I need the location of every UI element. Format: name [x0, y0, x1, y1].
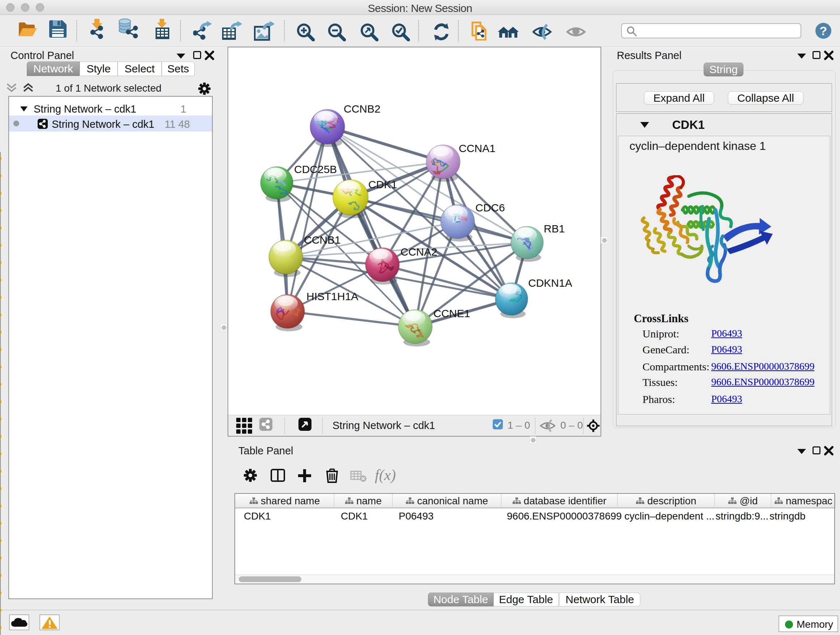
svg-text:CCNA2: CCNA2: [401, 246, 437, 258]
svg-text:CCNE1: CCNE1: [433, 307, 470, 319]
svg-text:CCNB1: CCNB1: [304, 234, 341, 246]
svg-text:CDK1: CDK1: [368, 179, 397, 190]
svg-text:CDC6: CDC6: [475, 202, 505, 214]
svg-text:RB1: RB1: [544, 223, 565, 234]
svg-text:CDKN1A: CDKN1A: [528, 277, 572, 289]
svg-text:CCNA1: CCNA1: [459, 142, 496, 154]
svg-text:CCNB2: CCNB2: [344, 103, 381, 115]
svg-text:CDC25B: CDC25B: [294, 163, 337, 175]
svg-text:HIST1H1A: HIST1H1A: [306, 290, 358, 302]
